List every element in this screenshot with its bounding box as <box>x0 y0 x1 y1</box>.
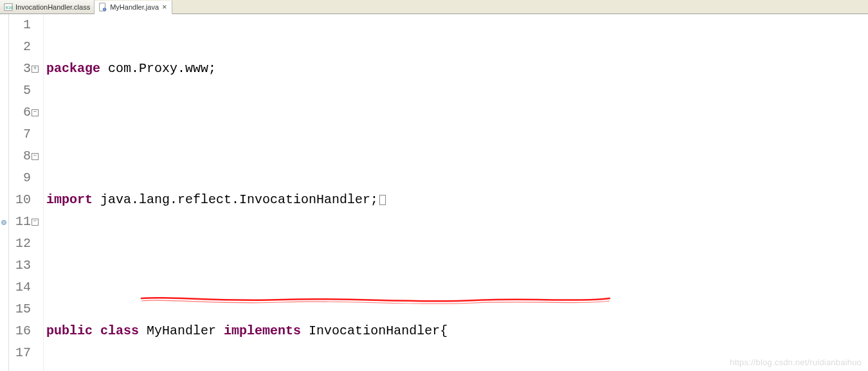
line-number: 11 <box>9 211 31 233</box>
marker-ruler <box>0 14 9 371</box>
line-number: 17 <box>9 342 31 364</box>
code-line: package com.Proxy.www; <box>46 58 868 80</box>
line-number: 14 <box>9 276 31 298</box>
editor-tab-bar: 010 InvocationHandler.class J MyHandler.… <box>0 0 868 14</box>
code-line <box>46 255 868 276</box>
svg-text:J: J <box>104 8 105 11</box>
code-line <box>46 123 868 145</box>
code-area[interactable]: package com.Proxy.www; import java.lang.… <box>44 14 868 371</box>
close-icon[interactable]: ✕ <box>161 4 168 10</box>
tab-invocationhandler-class[interactable]: 010 InvocationHandler.class <box>0 0 95 14</box>
line-number: 15 <box>9 298 31 320</box>
code-editor[interactable]: 1 2 3 5 6 7 8 9 10 11 12 13 14 15 16 17 … <box>0 14 868 371</box>
line-number: 8 <box>9 145 31 167</box>
java-file-icon: J <box>98 3 107 12</box>
line-number: 9 <box>9 167 31 189</box>
line-number: 12 <box>9 233 31 255</box>
line-number: 6 <box>9 102 31 123</box>
line-number: 13 <box>9 255 31 276</box>
line-number: 1 <box>9 14 31 36</box>
line-number: 16 <box>9 320 31 342</box>
svg-text:010: 010 <box>6 5 13 9</box>
line-number: 10 <box>9 189 31 211</box>
line-number: 2 <box>9 36 31 58</box>
line-number: 7 <box>9 123 31 145</box>
tab-label: InvocationHandler.class <box>15 3 90 11</box>
folded-imports-icon[interactable] <box>379 195 386 205</box>
line-number: 5 <box>9 80 31 102</box>
class-file-icon: 010 <box>4 3 13 12</box>
tab-label: MyHandler.java <box>110 3 159 11</box>
code-line: public class MyHandler implements Invoca… <box>46 320 868 342</box>
line-number-gutter: 1 2 3 5 6 7 8 9 10 11 12 13 14 15 16 17 <box>9 14 35 371</box>
code-line: import java.lang.reflect.InvocationHandl… <box>46 189 868 211</box>
line-number: 3 <box>9 58 31 80</box>
tab-myhandler-java[interactable]: J MyHandler.java ✕ <box>95 1 172 14</box>
